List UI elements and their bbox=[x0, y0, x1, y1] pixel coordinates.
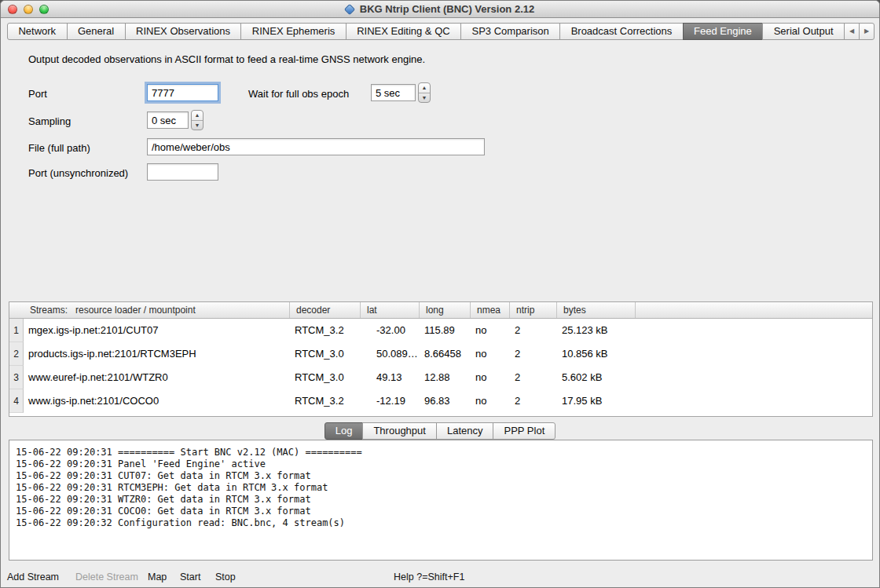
log-output[interactable]: 15-06-22 09:20:31 ========== Start BNC v… bbox=[9, 440, 873, 561]
stream-row-3[interactable]: 3 www.euref-ip.net:2101/WTZR0 RTCM_3.0 4… bbox=[9, 366, 872, 389]
tab-feed-engine[interactable]: Feed Engine bbox=[683, 23, 764, 40]
map-button[interactable]: Map bbox=[148, 572, 167, 583]
stream-ntrip: 2 bbox=[510, 389, 557, 413]
streams-table: Streams: resource loader / mountpoint de… bbox=[9, 301, 873, 417]
bnc-window: BKG Ntrip Client (BNC) Version 2.12 Netw… bbox=[0, 0, 880, 588]
tab-network[interactable]: Network bbox=[7, 23, 68, 40]
stream-bytes: 5.602 kB bbox=[557, 366, 636, 389]
stream-long: 96.83 bbox=[420, 389, 471, 413]
titlebar: BKG Ntrip Client (BNC) Version 2.12 bbox=[1, 1, 879, 18]
log-line: 15-06-22 09:20:31 RTCM3EPH: Get data in … bbox=[16, 482, 866, 494]
stream-nmea: no bbox=[471, 366, 510, 389]
log-tab-bar: Log Throughput Latency PPP Plot bbox=[1, 422, 879, 440]
tab-scroll-right-icon[interactable]: ▶ bbox=[859, 23, 874, 40]
tab-throughput[interactable]: Throughput bbox=[362, 422, 437, 440]
sampling-input[interactable] bbox=[147, 111, 189, 129]
stream-nmea: no bbox=[471, 389, 510, 413]
wait-epoch-decrement-icon[interactable]: ▼ bbox=[419, 93, 430, 103]
tab-broadcast-corrections[interactable]: Broadcast Corrections bbox=[559, 23, 683, 40]
stream-long: 12.88 bbox=[420, 366, 471, 389]
stream-decoder: RTCM_3.0 bbox=[290, 342, 361, 366]
stream-row-4[interactable]: 4 www.igs-ip.net:2101/COCO0 RTCM_3.2 -12… bbox=[9, 389, 872, 413]
start-button[interactable]: Start bbox=[180, 572, 200, 583]
log-line: 15-06-22 09:20:31 ========== Start BNC v… bbox=[16, 447, 866, 458]
window-title-text: BKG Ntrip Client (BNC) Version 2.12 bbox=[360, 3, 534, 15]
port-input[interactable] bbox=[147, 84, 218, 101]
log-line: 15-06-22 09:20:31 Panel 'Feed Engine' ac… bbox=[16, 458, 866, 470]
tab-rinex-ephemeris[interactable]: RINEX Ephemeris bbox=[240, 23, 346, 40]
stream-mountpoint: mgex.igs-ip.net:2101/CUT07 bbox=[24, 319, 290, 342]
header-mountpoint: Streams: resource loader / mountpoint bbox=[24, 302, 290, 318]
file-path-input[interactable] bbox=[147, 138, 485, 155]
close-button[interactable] bbox=[8, 5, 17, 14]
tab-general[interactable]: General bbox=[67, 23, 126, 40]
header-lat: lat bbox=[361, 302, 420, 318]
tab-sp3-comparison[interactable]: SP3 Comparison bbox=[460, 23, 560, 40]
delete-stream-button[interactable]: Delete Stream bbox=[75, 572, 138, 583]
port-label: Port bbox=[28, 88, 47, 100]
help-hint: Help ?=Shift+F1 bbox=[394, 572, 464, 583]
streams-table-header: Streams: resource loader / mountpoint de… bbox=[9, 302, 872, 319]
stream-decoder: RTCM_3.2 bbox=[290, 319, 361, 342]
sampling-label: Sampling bbox=[28, 115, 71, 127]
stream-bytes: 17.95 kB bbox=[557, 389, 636, 413]
sampling-stepper: ▲ ▼ bbox=[191, 110, 204, 130]
tab-rinex-observations[interactable]: RINEX Observations bbox=[125, 23, 242, 40]
stream-lat: -12.19 bbox=[361, 389, 420, 413]
header-decoder: decoder bbox=[290, 302, 361, 318]
sampling-decrement-icon[interactable]: ▼ bbox=[192, 121, 203, 130]
row-number: 1 bbox=[9, 319, 24, 342]
tab-log[interactable]: Log bbox=[324, 422, 364, 440]
zoom-button[interactable] bbox=[39, 5, 49, 14]
stream-lat: 49.13 bbox=[361, 366, 420, 389]
stream-mountpoint: products.igs-ip.net:2101/RTCM3EPH bbox=[24, 342, 290, 366]
header-nmea: nmea bbox=[471, 302, 510, 318]
tab-ppp-plot[interactable]: PPP Plot bbox=[493, 422, 556, 440]
log-line: 15-06-22 09:20:32 Configuration read: BN… bbox=[16, 517, 866, 529]
stream-lat: -32.00 bbox=[361, 319, 420, 342]
stream-bytes: 10.856 kB bbox=[557, 342, 636, 366]
app-icon bbox=[344, 4, 355, 15]
log-line: 15-06-22 09:20:31 COCO0: Get data in RTC… bbox=[16, 506, 866, 517]
tab-rinex-editing-qc[interactable]: RINEX Editing & QC bbox=[346, 23, 461, 40]
window-controls bbox=[8, 5, 49, 14]
stream-row-2[interactable]: 2 products.igs-ip.net:2101/RTCM3EPH RTCM… bbox=[9, 342, 872, 366]
stream-mountpoint: www.igs-ip.net:2101/COCO0 bbox=[24, 389, 290, 413]
port-unsync-label: Port (unsynchronized) bbox=[28, 167, 128, 179]
minimize-button[interactable] bbox=[24, 5, 33, 14]
header-ntrip: ntrip bbox=[510, 302, 557, 318]
bottom-toolbar: Add Stream Delete Stream Map Start Stop … bbox=[1, 566, 879, 587]
row-number: 2 bbox=[9, 342, 24, 366]
file-path-label: File (full path) bbox=[28, 142, 90, 154]
add-stream-button[interactable]: Add Stream bbox=[7, 572, 59, 583]
wait-epoch-increment-icon[interactable]: ▲ bbox=[419, 83, 430, 93]
tab-serial-output[interactable]: Serial Output bbox=[762, 23, 845, 40]
header-corner bbox=[9, 302, 24, 318]
tab-scroll-left-icon[interactable]: ◀ bbox=[844, 23, 860, 40]
header-long: long bbox=[420, 302, 471, 318]
log-line: 15-06-22 09:20:31 CUT07: Get data in RTC… bbox=[16, 470, 866, 482]
header-bytes: bytes bbox=[557, 302, 636, 318]
wait-epoch-input[interactable] bbox=[371, 84, 416, 101]
tab-latency[interactable]: Latency bbox=[436, 422, 494, 440]
stream-mountpoint: www.euref-ip.net:2101/WTZR0 bbox=[24, 366, 290, 389]
wait-epoch-stepper: ▲ ▼ bbox=[418, 82, 431, 103]
stream-ntrip: 2 bbox=[510, 342, 557, 366]
wait-epoch-label: Wait for full obs epoch bbox=[248, 88, 349, 100]
stream-long: 8.66458 bbox=[420, 342, 471, 366]
stream-ntrip: 2 bbox=[510, 319, 557, 342]
stream-decoder: RTCM_3.0 bbox=[290, 366, 361, 389]
log-line: 15-06-22 09:20:31 WTZR0: Get data in RTC… bbox=[16, 494, 866, 506]
sampling-increment-icon[interactable]: ▲ bbox=[192, 111, 203, 121]
panel-description: Output decoded observations in ASCII for… bbox=[28, 53, 425, 65]
stop-button[interactable]: Stop bbox=[215, 572, 236, 583]
row-number: 4 bbox=[9, 389, 24, 413]
port-unsync-input[interactable] bbox=[147, 163, 218, 181]
stream-ntrip: 2 bbox=[510, 366, 557, 389]
stream-row-1[interactable]: 1 mgex.igs-ip.net:2101/CUT07 RTCM_3.2 -3… bbox=[9, 319, 872, 342]
row-number: 3 bbox=[9, 366, 24, 389]
window-title: BKG Ntrip Client (BNC) Version 2.12 bbox=[1, 1, 879, 17]
stream-nmea: no bbox=[471, 342, 510, 366]
stream-bytes: 25.123 kB bbox=[557, 319, 636, 342]
stream-nmea: no bbox=[471, 319, 510, 342]
